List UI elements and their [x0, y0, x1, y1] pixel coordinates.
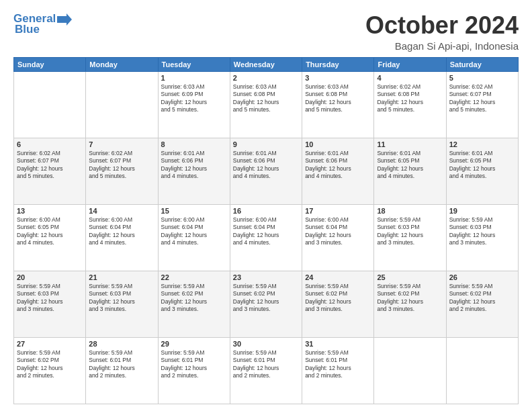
calendar-cell: 10Sunrise: 6:01 AMSunset: 6:06 PMDayligh… [302, 138, 374, 204]
day-number: 25 [377, 273, 443, 281]
calendar-cell [374, 337, 446, 404]
day-number: 8 [161, 140, 227, 148]
day-info: Sunrise: 6:02 AMSunset: 6:07 PMDaylight:… [89, 150, 154, 181]
calendar-cell: 21Sunrise: 5:59 AMSunset: 6:03 PMDayligh… [86, 271, 158, 337]
col-saturday: Saturday [446, 57, 518, 71]
location: Bagan Si Api-api, Indonesia [365, 40, 519, 52]
day-info: Sunrise: 6:00 AMSunset: 6:04 PMDaylight:… [161, 216, 227, 247]
day-info: Sunrise: 6:01 AMSunset: 6:06 PMDaylight:… [233, 150, 299, 181]
calendar-cell: 16Sunrise: 6:00 AMSunset: 6:04 PMDayligh… [230, 204, 302, 271]
logo-arrow-icon [57, 13, 72, 26]
svg-marker-0 [57, 13, 72, 26]
day-number: 18 [377, 207, 443, 215]
calendar-cell: 7Sunrise: 6:02 AMSunset: 6:07 PMDaylight… [86, 138, 158, 204]
calendar-cell: 31Sunrise: 5:59 AMSunset: 6:01 PMDayligh… [302, 337, 374, 404]
day-info: Sunrise: 5:59 AMSunset: 6:01 PMDaylight:… [305, 349, 371, 380]
day-info: Sunrise: 5:59 AMSunset: 6:01 PMDaylight:… [89, 349, 154, 380]
calendar-cell: 27Sunrise: 5:59 AMSunset: 6:02 PMDayligh… [14, 337, 86, 404]
day-number: 3 [305, 74, 371, 82]
day-number: 24 [305, 273, 371, 281]
col-wednesday: Wednesday [230, 57, 302, 71]
day-info: Sunrise: 6:02 AMSunset: 6:07 PMDaylight:… [17, 150, 83, 181]
day-info: Sunrise: 5:59 AMSunset: 6:01 PMDaylight:… [161, 349, 227, 380]
calendar-table: Sunday Monday Tuesday Wednesday Thursday… [13, 57, 519, 404]
day-number: 16 [233, 207, 299, 215]
logo: General Blue [13, 12, 72, 36]
day-number: 7 [89, 140, 154, 148]
day-info: Sunrise: 6:03 AMSunset: 6:08 PMDaylight:… [233, 83, 299, 114]
calendar-cell: 14Sunrise: 6:00 AMSunset: 6:04 PMDayligh… [86, 204, 158, 271]
day-number: 22 [161, 273, 227, 281]
col-monday: Monday [86, 57, 158, 71]
calendar-cell: 30Sunrise: 5:59 AMSunset: 6:01 PMDayligh… [230, 337, 302, 404]
calendar-cell: 20Sunrise: 5:59 AMSunset: 6:03 PMDayligh… [14, 271, 86, 337]
day-number: 17 [305, 207, 371, 215]
day-info: Sunrise: 5:59 AMSunset: 6:02 PMDaylight:… [449, 283, 515, 314]
month-title: October 2024 [365, 12, 519, 39]
day-info: Sunrise: 6:00 AMSunset: 6:04 PMDaylight:… [305, 216, 371, 247]
col-tuesday: Tuesday [158, 57, 230, 71]
calendar-cell [446, 337, 518, 404]
day-number: 28 [89, 340, 154, 348]
calendar-cell: 24Sunrise: 5:59 AMSunset: 6:02 PMDayligh… [302, 271, 374, 337]
calendar-cell: 26Sunrise: 5:59 AMSunset: 6:02 PMDayligh… [446, 271, 518, 337]
calendar-cell: 23Sunrise: 5:59 AMSunset: 6:02 PMDayligh… [230, 271, 302, 337]
col-thursday: Thursday [302, 57, 374, 71]
day-number: 19 [449, 207, 515, 215]
calendar-cell: 15Sunrise: 6:00 AMSunset: 6:04 PMDayligh… [158, 204, 230, 271]
day-info: Sunrise: 6:00 AMSunset: 6:04 PMDaylight:… [89, 216, 154, 247]
calendar-week-3: 13Sunrise: 6:00 AMSunset: 6:05 PMDayligh… [14, 204, 519, 271]
calendar-cell: 8Sunrise: 6:01 AMSunset: 6:06 PMDaylight… [158, 138, 230, 204]
day-number: 26 [449, 273, 515, 281]
calendar-cell: 2Sunrise: 6:03 AMSunset: 6:08 PMDaylight… [230, 71, 302, 138]
day-info: Sunrise: 5:59 AMSunset: 6:03 PMDaylight:… [17, 283, 83, 314]
header-row: Sunday Monday Tuesday Wednesday Thursday… [14, 57, 519, 71]
calendar-cell: 28Sunrise: 5:59 AMSunset: 6:01 PMDayligh… [86, 337, 158, 404]
day-number: 15 [161, 207, 227, 215]
day-number: 23 [233, 273, 299, 281]
day-info: Sunrise: 6:01 AMSunset: 6:05 PMDaylight:… [377, 150, 443, 181]
day-number: 1 [161, 74, 227, 82]
day-info: Sunrise: 6:01 AMSunset: 6:05 PMDaylight:… [449, 150, 515, 181]
day-number: 27 [17, 340, 83, 348]
day-info: Sunrise: 5:59 AMSunset: 6:03 PMDaylight:… [449, 216, 515, 247]
day-number: 9 [233, 140, 299, 148]
day-info: Sunrise: 5:59 AMSunset: 6:02 PMDaylight:… [305, 283, 371, 314]
day-number: 31 [305, 340, 371, 348]
calendar-cell [86, 71, 158, 138]
day-info: Sunrise: 6:01 AMSunset: 6:06 PMDaylight:… [305, 150, 371, 181]
day-info: Sunrise: 6:01 AMSunset: 6:06 PMDaylight:… [161, 150, 227, 181]
day-number: 2 [233, 74, 299, 82]
calendar-cell: 3Sunrise: 6:03 AMSunset: 6:08 PMDaylight… [302, 71, 374, 138]
day-number: 29 [161, 340, 227, 348]
day-info: Sunrise: 5:59 AMSunset: 6:01 PMDaylight:… [233, 349, 299, 380]
day-number: 12 [449, 140, 515, 148]
calendar-cell: 19Sunrise: 5:59 AMSunset: 6:03 PMDayligh… [446, 204, 518, 271]
calendar-body: 1Sunrise: 6:03 AMSunset: 6:09 PMDaylight… [14, 71, 519, 404]
day-number: 21 [89, 273, 154, 281]
day-info: Sunrise: 6:03 AMSunset: 6:09 PMDaylight:… [161, 83, 227, 114]
calendar-cell: 9Sunrise: 6:01 AMSunset: 6:06 PMDaylight… [230, 138, 302, 204]
calendar-cell: 29Sunrise: 5:59 AMSunset: 6:01 PMDayligh… [158, 337, 230, 404]
page: General Blue October 2024 Bagan Si Api-a… [0, 0, 532, 411]
day-number: 13 [17, 207, 83, 215]
calendar-cell: 6Sunrise: 6:02 AMSunset: 6:07 PMDaylight… [14, 138, 86, 204]
title-block: October 2024 Bagan Si Api-api, Indonesia [365, 12, 519, 52]
day-number: 4 [377, 74, 443, 82]
day-info: Sunrise: 5:59 AMSunset: 6:03 PMDaylight:… [89, 283, 154, 314]
day-info: Sunrise: 5:59 AMSunset: 6:02 PMDaylight:… [233, 283, 299, 314]
calendar-cell: 17Sunrise: 6:00 AMSunset: 6:04 PMDayligh… [302, 204, 374, 271]
day-number: 5 [449, 74, 515, 82]
day-info: Sunrise: 6:02 AMSunset: 6:08 PMDaylight:… [377, 83, 443, 114]
calendar-week-2: 6Sunrise: 6:02 AMSunset: 6:07 PMDaylight… [14, 138, 519, 204]
calendar-cell [14, 71, 86, 138]
calendar-cell: 22Sunrise: 5:59 AMSunset: 6:02 PMDayligh… [158, 271, 230, 337]
calendar-cell: 4Sunrise: 6:02 AMSunset: 6:08 PMDaylight… [374, 71, 446, 138]
calendar-header: Sunday Monday Tuesday Wednesday Thursday… [14, 57, 519, 71]
day-number: 11 [377, 140, 443, 148]
calendar-cell: 18Sunrise: 5:59 AMSunset: 6:03 PMDayligh… [374, 204, 446, 271]
calendar-cell: 11Sunrise: 6:01 AMSunset: 6:05 PMDayligh… [374, 138, 446, 204]
day-info: Sunrise: 6:00 AMSunset: 6:04 PMDaylight:… [233, 216, 299, 247]
calendar-week-4: 20Sunrise: 5:59 AMSunset: 6:03 PMDayligh… [14, 271, 519, 337]
logo-subtext: Blue [15, 23, 40, 36]
